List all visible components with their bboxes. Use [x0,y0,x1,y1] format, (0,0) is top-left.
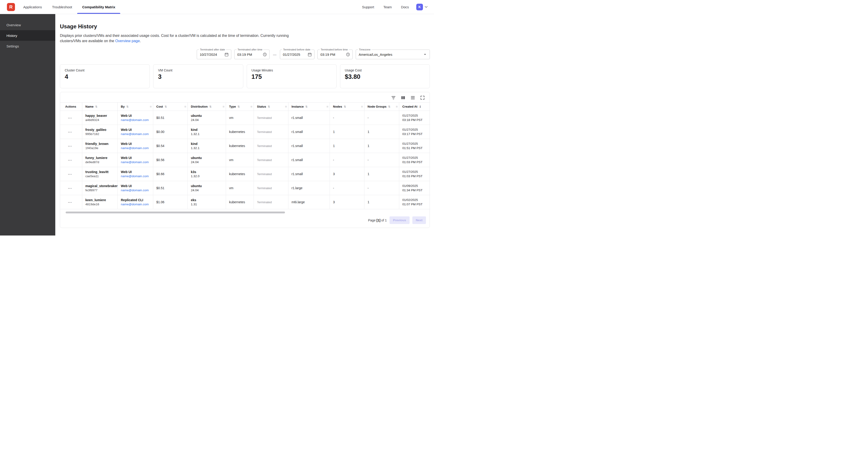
topbar: R ApplicationsTroubleshootCompatibility … [0,0,434,14]
column-label: Cost [156,105,163,108]
sort-desc-icon[interactable]: ↓ [419,105,422,108]
row-actions-button[interactable]: ••• [68,117,72,119]
column-header-name[interactable]: Name⇅ [82,102,118,111]
previous-page-button[interactable]: Previous [390,216,410,224]
next-page-button[interactable]: Next [412,216,426,224]
created-by: Web UI [121,114,151,118]
terminated-after-time-field[interactable]: Terminated after time 03:19 PM [234,50,270,59]
row-actions-button[interactable]: ••• [68,131,72,134]
sidebar-item-overview[interactable]: Overview [0,20,55,30]
column-header-by[interactable]: By⇅= [118,102,153,111]
created-at-cell: 01/09/202501:34 PM PST [399,181,430,195]
sidebar-item-history[interactable]: History [0,30,55,41]
fullscreen-icon[interactable] [420,95,425,100]
email-link[interactable]: name@domain.com [121,160,151,164]
email-link[interactable]: name@domain.com [121,132,151,136]
terminated-before-date-field[interactable]: Terminated before date 01/27/2025 [280,50,314,59]
nav-troubleshoot[interactable]: Troubleshoot [47,0,77,14]
table-header: ActionsName⇅By⇅=Cost⇅=Distribution⇅=Type… [60,102,430,111]
sort-icon[interactable]: ⇅ [95,105,97,108]
column-header-actions[interactable]: Actions [60,102,82,111]
sort-icon[interactable]: ⇅ [388,105,391,108]
distribution-version: 24.04 [191,160,224,164]
overview-page-link[interactable]: Overview page [115,39,140,43]
column-header-cost[interactable]: Cost⇅= [153,102,187,111]
stat-label: Cluster Count [65,68,145,72]
column-resize-handle[interactable]: = [150,105,152,109]
email-link[interactable]: name@domain.com [121,188,151,192]
email-link[interactable]: name@domain.com [121,146,151,150]
status-cell: Terminated [254,125,288,139]
horizontal-scrollbar-thumb[interactable] [66,211,285,213]
calendar-icon[interactable] [224,52,229,57]
status-cell: Terminated [254,167,288,181]
sort-icon[interactable]: ⇅ [126,105,128,108]
sort-icon[interactable]: ⇅ [238,105,240,108]
stat-card-usage-cost: Usage Cost$3.80 [340,64,430,88]
by-cell: Web UIname@domain.com [118,139,153,153]
density-icon[interactable] [410,95,415,100]
email-link[interactable]: name@domain.com [121,118,151,122]
name-cell: frosty_galileo995b7182 [82,125,118,139]
brand-logo[interactable]: R [7,3,15,11]
column-header-node-groups[interactable]: Node Groups⇅= [364,102,399,111]
stat-value: $3.80 [345,73,425,81]
row-actions-button[interactable]: ••• [68,145,72,147]
column-header-nodes[interactable]: Nodes⇅= [330,102,364,111]
node-groups-cell: - [364,181,399,195]
column-resize-handle[interactable]: = [285,105,287,109]
calendar-icon[interactable] [308,52,312,57]
user-menu[interactable]: K [416,4,429,10]
clock-icon[interactable] [262,52,267,57]
created-date: 01/02/2025 [402,198,429,202]
column-resize-handle[interactable]: = [396,105,398,109]
created-date: 01/27/2025 [402,170,429,174]
page-description: Displays prior clusters/VMs and their as… [60,33,430,43]
row-actions-button[interactable]: ••• [68,173,72,176]
filter-icon[interactable] [391,95,396,100]
sidebar-item-settings[interactable]: Settings [0,41,55,51]
type-cell: vm [226,111,254,125]
created-at-cell: 01/27/202503:18 PM PST [399,111,430,125]
nav-applications[interactable]: Applications [18,0,47,14]
sort-icon[interactable]: ⇅ [164,105,167,108]
sort-icon[interactable]: ⇅ [268,105,270,108]
sort-icon[interactable]: ⇅ [305,105,308,108]
row-actions-button[interactable]: ••• [68,201,72,204]
topbar-link-docs[interactable]: Docs [397,5,413,9]
chevron-down-icon [424,5,429,9]
created-at-cell: 01/02/202501:07 PM PST [399,195,430,209]
terminated-before-time-field[interactable]: Terminated before time 03:19 PM [317,50,353,59]
column-resize-handle[interactable]: = [327,105,328,109]
sort-icon[interactable]: ⇅ [209,105,212,108]
created-at-cell: 01/27/202501:51 PM PST [399,139,430,153]
terminated-after-date-field[interactable]: Terminated after date 10/27/2024 [197,50,231,59]
nodes-cell: - [330,111,364,125]
created-by: Web UI [121,156,151,160]
nav-compatibility-matrix[interactable]: Compatibility Matrix [77,0,120,14]
column-header-distribution[interactable]: Distribution⇅= [187,102,226,111]
created-at-cell: 01/27/202501:03 PM PST [399,167,430,181]
distribution-cell: ubuntu24.04 [187,181,226,195]
timezone-select[interactable]: Timezone America/Los_Angeles [356,50,430,59]
instance-cell: r1.small [288,125,330,139]
sort-icon[interactable]: ⇅ [344,105,346,108]
columns-icon[interactable] [401,95,406,100]
distribution-version: 24.04 [191,188,224,192]
clock-icon[interactable] [346,52,350,57]
topbar-link-support[interactable]: Support [358,5,379,9]
column-resize-handle[interactable]: = [250,105,252,109]
topbar-link-team[interactable]: Team [379,5,397,9]
column-resize-handle[interactable]: = [361,105,363,109]
column-header-type[interactable]: Type⇅= [226,102,254,111]
row-actions-button[interactable]: ••• [68,159,72,161]
email-link[interactable]: name@domain.com [121,174,151,178]
column-resize-handle[interactable]: = [222,105,224,109]
column-resize-handle[interactable]: = [184,105,186,109]
column-header-created-at[interactable]: Created At↓ [399,102,430,111]
column-header-status[interactable]: Status⇅= [254,102,288,111]
created-by: Web UI [121,170,151,174]
column-header-instance[interactable]: Instance⇅= [288,102,330,111]
email-link[interactable]: name@domain.com [121,203,151,206]
row-actions-button[interactable]: ••• [68,187,72,189]
